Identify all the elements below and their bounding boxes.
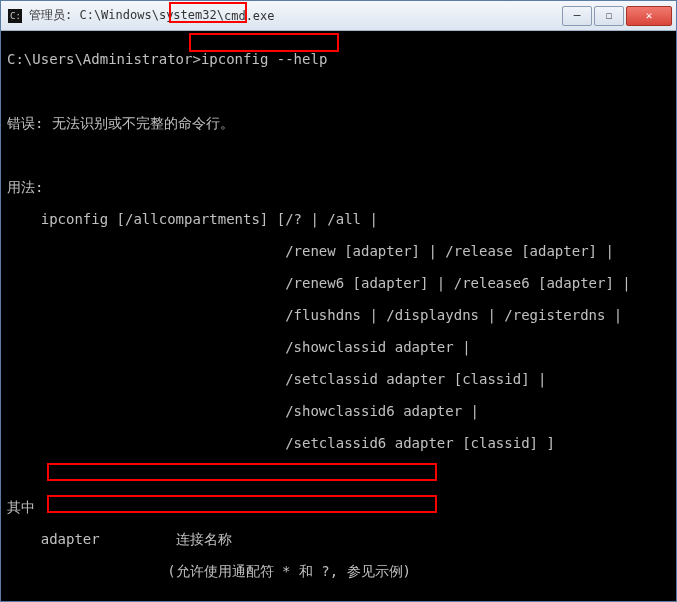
prompt-path: C:\Users\Administrator> bbox=[7, 51, 201, 67]
maximize-button[interactable]: ☐ bbox=[594, 6, 624, 26]
where-label: 其中 bbox=[7, 499, 670, 515]
usage-line: /renew [adapter] | /release [adapter] | bbox=[7, 243, 670, 259]
usage-line: /renew6 [adapter] | /release6 [adapter] … bbox=[7, 275, 670, 291]
usage-line: /showclassid adapter | bbox=[7, 339, 670, 355]
titlebar[interactable]: C: 管理员: C:\Windows\system32\cmd.exe ─ ☐ … bbox=[1, 1, 676, 31]
usage-line: ipconfig [/allcompartments] [/? | /all | bbox=[7, 211, 670, 227]
title-prefix: 管理员: C:\Windows\system32\ bbox=[29, 7, 224, 24]
cmd-icon: C: bbox=[7, 8, 23, 24]
close-button[interactable]: ✕ bbox=[626, 6, 672, 26]
prompt-line: C:\Users\Administrator>ipconfig --help bbox=[7, 51, 670, 67]
svg-text:C:: C: bbox=[10, 11, 21, 21]
title-exe: cmd.exe bbox=[224, 9, 275, 23]
terminal-output[interactable]: C:\Users\Administrator>ipconfig --help 错… bbox=[1, 31, 676, 601]
usage-line: /setclassid adapter [classid] | bbox=[7, 371, 670, 387]
adapter-line: (允许使用通配符 * 和 ?, 参见示例) bbox=[7, 563, 670, 579]
window-controls: ─ ☐ ✕ bbox=[562, 6, 672, 26]
adapter-line: adapter 连接名称 bbox=[7, 531, 670, 547]
prompt-command: ipconfig --help bbox=[201, 51, 327, 67]
error-line: 错误: 无法识别或不完整的命令行。 bbox=[7, 115, 670, 131]
usage-line: /flushdns | /displaydns | /registerdns | bbox=[7, 307, 670, 323]
usage-label: 用法: bbox=[7, 179, 670, 195]
blank bbox=[7, 467, 670, 483]
cmd-window: C: 管理员: C:\Windows\system32\cmd.exe ─ ☐ … bbox=[0, 0, 677, 602]
minimize-button[interactable]: ─ bbox=[562, 6, 592, 26]
blank bbox=[7, 83, 670, 99]
usage-line: /showclassid6 adapter | bbox=[7, 403, 670, 419]
blank bbox=[7, 147, 670, 163]
usage-line: /setclassid6 adapter [classid] ] bbox=[7, 435, 670, 451]
blank bbox=[7, 595, 670, 601]
